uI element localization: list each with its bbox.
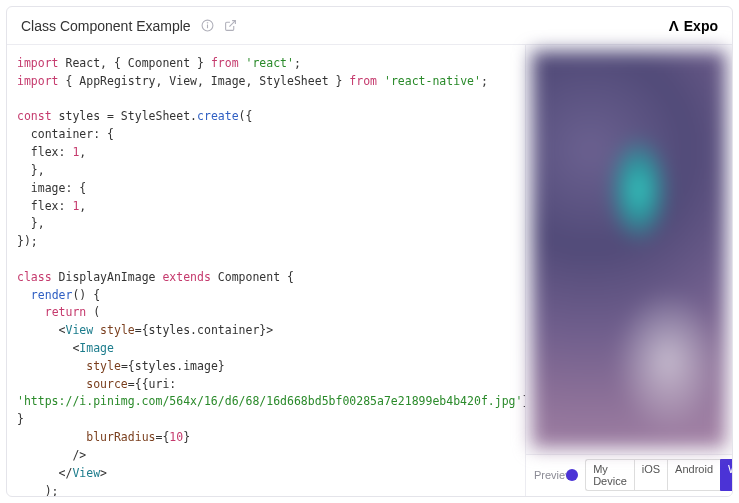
snack-panel: Class Component Example Λ Expo import Re… [6,6,733,497]
tab-ios[interactable]: iOS [634,459,667,491]
svg-point-2 [207,23,208,24]
expo-logo-icon: Λ [669,17,679,34]
code-editor[interactable]: import React, { Component } from 'react'… [7,45,525,496]
svg-line-3 [229,21,235,27]
header-bar: Class Component Example Λ Expo [7,7,732,45]
platform-tabs: My Device iOS Android Web [585,459,733,491]
info-icon[interactable] [201,19,214,32]
expo-brand-text: Expo [684,18,718,34]
tab-my-device[interactable]: My Device [585,459,634,491]
body: import React, { Component } from 'react'… [7,45,732,496]
tab-web[interactable]: Web [720,459,733,491]
preview-column: Preview My Device iOS Android Web [525,45,732,496]
preview-footer: Preview My Device iOS Android Web [526,454,732,496]
tab-android[interactable]: Android [667,459,720,491]
expo-brand[interactable]: Λ Expo [669,17,718,34]
preview-canvas [532,51,726,448]
snack-title: Class Component Example [21,18,191,34]
external-link-icon[interactable] [224,19,237,32]
